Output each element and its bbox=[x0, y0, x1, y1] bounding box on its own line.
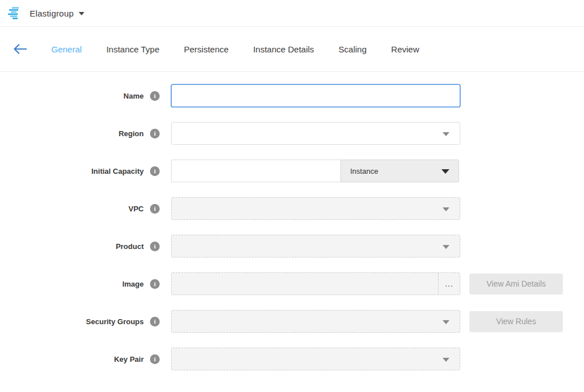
back-button[interactable] bbox=[11, 40, 29, 58]
info-icon[interactable]: i bbox=[150, 242, 160, 251]
capacity-unit-select[interactable]: Instance bbox=[340, 160, 459, 182]
general-settings-form: Name i Region i Initial Capacity i bbox=[0, 72, 584, 370]
image-input[interactable]: ... bbox=[171, 272, 460, 295]
form-row-initial-capacity: Initial Capacity i Instance bbox=[0, 160, 584, 182]
key-pair-label: Key Pair bbox=[114, 355, 144, 364]
app-title: Elastigroup bbox=[30, 9, 74, 18]
caret-down-icon bbox=[443, 358, 449, 362]
image-value-zone bbox=[172, 273, 438, 295]
caret-down-icon bbox=[443, 320, 449, 324]
security-groups-select[interactable] bbox=[171, 310, 460, 333]
elastigroup-logo-icon bbox=[8, 6, 23, 20]
info-icon[interactable]: i bbox=[150, 166, 160, 176]
form-row-name: Name i bbox=[0, 84, 584, 107]
tab-general[interactable]: General bbox=[51, 44, 82, 54]
info-glyph: i bbox=[154, 205, 156, 212]
info-icon[interactable]: i bbox=[150, 204, 160, 214]
tab-instance-details[interactable]: Instance Details bbox=[253, 44, 314, 54]
name-label: Name bbox=[124, 92, 144, 100]
initial-capacity-label: Initial Capacity bbox=[91, 167, 144, 175]
tab-scaling[interactable]: Scaling bbox=[339, 44, 367, 54]
capacity-unit-value: Instance bbox=[350, 167, 378, 175]
caret-down-icon bbox=[443, 207, 449, 211]
info-icon[interactable]: i bbox=[150, 91, 160, 101]
caret-down-icon bbox=[443, 245, 449, 249]
info-glyph: i bbox=[154, 318, 156, 325]
app-header: Elastigroup bbox=[0, 0, 584, 27]
tab-persistence[interactable]: Persistence bbox=[184, 44, 229, 54]
image-browse-button[interactable]: ... bbox=[438, 273, 460, 295]
form-row-vpc: VPC i bbox=[0, 197, 584, 220]
chevron-down-icon bbox=[79, 12, 84, 15]
form-row-product: Product i bbox=[0, 235, 584, 258]
caret-down-icon bbox=[441, 169, 449, 174]
app-switcher-dropdown[interactable]: Elastigroup bbox=[30, 9, 84, 18]
wizard-tabbar: General Instance Type Persistence Instan… bbox=[0, 27, 584, 72]
info-glyph: i bbox=[154, 92, 156, 99]
info-glyph: i bbox=[154, 280, 156, 287]
product-label: Product bbox=[116, 242, 144, 251]
info-icon[interactable]: i bbox=[150, 279, 160, 289]
tab-instance-type[interactable]: Instance Type bbox=[106, 44, 159, 54]
form-row-security-groups: Security Groups i View Rules bbox=[0, 310, 584, 333]
info-glyph: i bbox=[154, 243, 156, 250]
key-pair-select[interactable] bbox=[171, 348, 460, 370]
region-select[interactable] bbox=[171, 122, 460, 145]
security-groups-label: Security Groups bbox=[86, 317, 144, 326]
tab-review[interactable]: Review bbox=[391, 44, 419, 54]
info-icon[interactable]: i bbox=[150, 317, 160, 326]
form-row-key-pair: Key Pair i bbox=[0, 348, 584, 370]
info-glyph: i bbox=[154, 356, 156, 362]
view-ami-details-button[interactable]: View Ami Details bbox=[469, 273, 563, 295]
info-glyph: i bbox=[154, 168, 156, 174]
form-row-image: Image i ... View Ami Details bbox=[0, 272, 584, 295]
view-rules-button[interactable]: View Rules bbox=[469, 311, 563, 332]
wizard-tabs: General Instance Type Persistence Instan… bbox=[51, 44, 419, 54]
initial-capacity-input[interactable] bbox=[171, 160, 340, 182]
info-glyph: i bbox=[154, 130, 156, 137]
info-icon[interactable]: i bbox=[150, 129, 160, 138]
name-input[interactable] bbox=[171, 84, 460, 107]
vpc-select[interactable] bbox=[171, 197, 460, 220]
vpc-label: VPC bbox=[128, 205, 144, 213]
info-icon[interactable]: i bbox=[150, 354, 160, 364]
caret-down-icon bbox=[443, 132, 449, 136]
region-label: Region bbox=[119, 129, 144, 138]
back-arrow-icon bbox=[13, 44, 27, 54]
image-label: Image bbox=[122, 280, 144, 288]
product-select[interactable] bbox=[171, 235, 460, 258]
form-row-region: Region i bbox=[0, 122, 584, 145]
